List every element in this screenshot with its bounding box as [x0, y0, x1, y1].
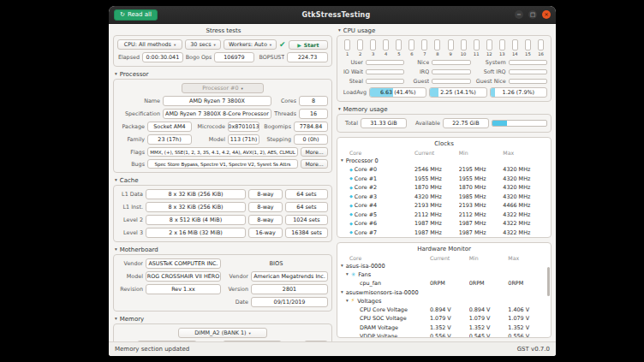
sensor-row[interactable]: DRAM Voltage 1.352 V 1.352 V 1.352 V: [337, 323, 551, 333]
sensor-row[interactable]: cpu_fan 0RPM 0RPM 0RPM: [337, 279, 551, 288]
hwmon-chip-row[interactable]: ▾ asuswmisensors-isa-0000: [337, 288, 551, 297]
clock-core-name: ◆ Core #2: [341, 184, 414, 191]
core-number-label: 4: [385, 51, 387, 56]
hwmon-fans-group-row[interactable]: ▾ ✳ Fans: [337, 270, 551, 279]
clock-row[interactable]: ◆ Core #1 1955 MHz 1955 MHz 4320 MHz: [337, 175, 551, 184]
core-bullet-icon: ◆: [349, 222, 353, 226]
bios-date-field: 09/11/2019: [251, 297, 328, 307]
stress-duration-dropdown[interactable]: 30 secs ▾: [185, 39, 221, 50]
core-usage-slot: 4: [379, 39, 392, 56]
hwmon-voltages-group-row[interactable]: ▾ ⚡ Voltages: [337, 297, 551, 306]
cache-ways-field: 8-way: [248, 202, 283, 212]
core-usage-bar: [370, 39, 376, 50]
clocks-panel: Clocks Core Current Min Max ▾ Processor …: [337, 137, 552, 238]
core-usage-bar: [434, 39, 440, 50]
processor-title: Processor: [120, 71, 149, 78]
clock-min-value: 1987 MHz: [459, 229, 504, 236]
cpu-stat-bar: [366, 69, 404, 74]
memory-usage-title: Memory usage: [343, 106, 388, 113]
clock-core-name: ◆ Core #0: [341, 166, 414, 173]
clock-row[interactable]: ◆ Core #6 1987 MHz 1987 MHz 4322 MHz: [337, 219, 551, 228]
stress-duration-value: 30 secs: [190, 41, 211, 48]
core-number-label: 13: [499, 51, 505, 56]
expander-icon: ▾: [115, 317, 117, 322]
threads-field: 16: [299, 109, 328, 119]
clock-current-value: 2193 MHz: [414, 202, 459, 209]
expander-icon: ▾: [341, 158, 343, 163]
hwmon-column-headers: Core Current Min Max: [337, 254, 551, 262]
core-usage-bar: [383, 39, 389, 50]
close-button[interactable]: ×: [542, 10, 551, 19]
clock-current-value: 1955 MHz: [414, 175, 459, 182]
clocks-processor-group-row[interactable]: ▾ Processor 0: [337, 157, 551, 165]
sensor-name: VDDP Voltage: [341, 333, 430, 338]
core-number-label: 8: [436, 51, 438, 56]
memory-header[interactable]: ▾ Memory: [113, 316, 332, 323]
cpu-stat-bar: [509, 60, 547, 65]
package-field: Socket AM4: [147, 122, 192, 132]
minimize-button[interactable]: −: [515, 10, 523, 19]
bios-version-label: Version: [224, 286, 248, 293]
expander-icon: ▾: [346, 272, 349, 277]
clock-core-name: ◆ Core #1: [341, 175, 414, 182]
processor-selector-dropdown[interactable]: Processor #0 ▾: [182, 83, 264, 93]
core-usage-bar: [448, 39, 454, 50]
mem-available-label: Available: [409, 120, 440, 127]
start-button[interactable]: ▶ Start: [289, 40, 328, 50]
core-usage-slot: 7: [418, 39, 431, 56]
bops-field: 224.73: [287, 52, 328, 62]
cpu-stat-bar: [432, 60, 470, 65]
stress-workers-dropdown[interactable]: Workers: Auto ▾: [224, 39, 277, 50]
chevron-down-icon: ▾: [241, 86, 242, 91]
motherboard-header[interactable]: ▾ Motherboard: [113, 246, 332, 253]
loadavg-label: LoadAvg: [341, 89, 367, 96]
processor-header[interactable]: ▾ Processor: [113, 71, 332, 78]
voltages-group-label: Voltages: [357, 298, 381, 305]
cache-ways-field: 8-way: [248, 215, 283, 225]
clock-core-name: ◆ Core #7: [341, 229, 414, 236]
sensor-row[interactable]: VDDP Voltage 0.556 V 0.545 V 0.556 V: [337, 332, 551, 338]
cache-size-field: 2 x 16 MiB (32 MiB): [146, 228, 246, 238]
core-usage-bar: [474, 39, 480, 50]
hwmon-scrollbar[interactable]: [547, 267, 550, 296]
sensor-row[interactable]: CPU SOC Voltage 1.079 V 1.079 V 1.079 V: [337, 314, 551, 323]
maximize-button[interactable]: □: [528, 10, 537, 19]
clock-row[interactable]: ◆ Core #3 4320 MHz 1985 MHz 4320 MHz: [337, 193, 551, 202]
cpu-stat-label: IO Wait: [341, 68, 363, 75]
clock-core-name: ◆ Core #4: [341, 202, 414, 209]
bogomips-label: Bogomips: [262, 123, 291, 130]
sensor-min-value: 1.079 V: [469, 315, 509, 322]
bops-label: BOPSUST: [257, 54, 284, 61]
cache-ways-field: 16-way: [248, 228, 283, 238]
clock-row[interactable]: ◆ Core #4 2193 MHz 2193 MHz 4466 MHz: [337, 201, 551, 211]
sensor-row[interactable]: CPU Core Voltage 0.894 V 0.894 V 1.406 V: [337, 306, 551, 315]
clock-current-value: 4320 MHz: [414, 193, 459, 200]
cache-size-field: 8 x 512 KiB (4 MiB): [146, 215, 246, 225]
bugs-more-button[interactable]: More...: [301, 159, 328, 169]
clock-max-value: 4320 MHz: [503, 184, 547, 191]
memory-usage-header[interactable]: ▾ Memory usage: [337, 106, 552, 113]
core-usage-slot: 5: [392, 39, 405, 56]
clock-row[interactable]: ◆ Core #5 2112 MHz 2112 MHz 4322 MHz: [337, 211, 551, 220]
core-usage-slot: 9: [444, 39, 457, 56]
clock-row[interactable]: ◆ Core #2 1870 MHz 1870 MHz 4320 MHz: [337, 183, 551, 193]
cache-header[interactable]: ▾ Cache: [113, 177, 332, 184]
sensor-max-value: 1.352 V: [508, 324, 547, 331]
flags-more-button[interactable]: More...: [301, 147, 328, 157]
cache-size-field: 8 x 32 KiB (256 KiB): [146, 189, 246, 199]
cpu-usage-title: CPU usage: [343, 27, 376, 34]
clock-row[interactable]: ◆ Core #7 1987 MHz 1987 MHz 4322 MHz: [337, 228, 551, 238]
fan-icon: ✳: [351, 272, 355, 278]
read-all-button[interactable]: ↻ Read all: [114, 9, 158, 21]
stress-method-dropdown[interactable]: CPU: All methods ▾: [117, 39, 182, 50]
hwmon-chip-label: asus-isa-0000: [346, 263, 385, 270]
dimm-selector-dropdown[interactable]: DIMM_A2 (BANK 1) ▾: [178, 328, 267, 338]
clock-max-value: 4320 MHz: [503, 175, 547, 182]
mb-model-field: ROG CROSSHAIR VII HERO: [146, 271, 221, 282]
processor-selector-value: Processor #0: [202, 85, 238, 92]
hwmon-chip-row[interactable]: ▾ asus-isa-0000: [337, 262, 551, 270]
core-usage-bar: [344, 39, 350, 50]
cpu-usage-header[interactable]: ▾ CPU usage: [337, 27, 552, 34]
clock-row[interactable]: ◆ Core #0 2546 MHz 2195 MHz 4320 MHz: [337, 165, 551, 175]
clock-current-value: 1987 MHz: [414, 229, 459, 236]
